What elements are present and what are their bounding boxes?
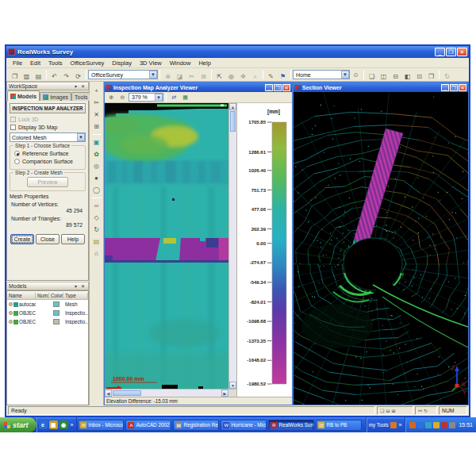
user-icon[interactable]: ☺ (350, 69, 362, 80)
zoom-in-icon[interactable]: ⊕ (106, 93, 117, 102)
camera-tool-icon[interactable]: ⌂ (90, 248, 102, 259)
menu-display[interactable]: Display (108, 60, 136, 67)
tray-update-icon[interactable] (433, 422, 440, 428)
link-tool-icon[interactable]: ∞ (90, 201, 102, 212)
polyline-tool-icon[interactable]: ◇ (90, 213, 102, 224)
tile-horizontal-icon[interactable]: ◫ (378, 71, 390, 82)
tray-display-icon[interactable] (409, 422, 416, 428)
restore-button[interactable]: ❐ (446, 48, 456, 56)
display-options-icon[interactable]: ▦ (180, 93, 190, 102)
restore-all-icon[interactable]: ❐ (425, 71, 437, 82)
chevron-overflow-icon[interactable]: » (398, 422, 403, 428)
menu-file[interactable]: File (9, 60, 26, 67)
my-tools-toolbar[interactable]: my Tools » (366, 417, 405, 432)
single-view-icon[interactable]: ❏ (380, 408, 384, 413)
zoom-tool-icon[interactable]: ⌕ (249, 71, 261, 83)
app-titlebar[interactable]: RealWorks Survey _ ❐ ✕ (6, 46, 469, 58)
col-num[interactable]: Num... (36, 293, 49, 298)
menu-help[interactable]: Help (194, 60, 214, 67)
menu-3d-view[interactable]: 3D View (136, 60, 166, 67)
close-analyzer-button[interactable]: Close (36, 234, 60, 244)
open-icon[interactable]: ❐ (9, 71, 21, 82)
scroll-right-icon[interactable]: ▶ (221, 390, 228, 397)
flag-icon[interactable]: ⚑ (277, 71, 289, 82)
panel-menu-icon[interactable]: ▾ (72, 83, 79, 89)
preview-button[interactable]: Preview (27, 177, 68, 187)
comparison-surface-radio[interactable] (14, 159, 20, 164)
task-button-registration-rep[interactable]: ▤Registration Rep... (173, 420, 219, 431)
workflow-combo[interactable]: OfficeSurvey ▼ (88, 70, 158, 79)
scrollbar-thumb[interactable] (113, 390, 141, 396)
measure-icon[interactable]: ⇱ (213, 71, 225, 82)
scroll-up-icon[interactable]: ▲ (229, 103, 236, 110)
refresh-views-icon[interactable]: ↻ (424, 408, 428, 413)
sample-icon[interactable]: ◪ (174, 71, 186, 82)
panel-close-icon[interactable]: ✕ (79, 83, 86, 89)
media-player-icon[interactable]: ◉ (60, 420, 68, 429)
map-viewer-titlebar[interactable]: Inspection Map Analyzer Viewer _ ❐ ✕ (105, 83, 292, 92)
visibility-bulb-icon[interactable] (9, 311, 13, 315)
select-tool-icon[interactable]: + (90, 86, 102, 97)
scroll-down-icon[interactable]: ▼ (229, 382, 236, 389)
panel-menu-icon[interactable]: ▾ (72, 283, 79, 289)
inspect-icon[interactable]: ◎ (225, 71, 237, 82)
restore-button[interactable]: ❐ (274, 84, 282, 91)
section-viewer-titlebar[interactable]: Section Viewer _ ❐ ✕ (294, 83, 468, 92)
tile-vertical-icon[interactable]: ⊟ (390, 71, 401, 82)
fit-view-icon[interactable]: ⇄ (169, 93, 179, 102)
chevron-overflow-icon[interactable]: » (70, 422, 75, 428)
model-row[interactable]: OBJECT...Inspectio... (7, 309, 88, 317)
scrollbar-thumb[interactable] (230, 111, 236, 132)
ellipse-tool-icon[interactable]: ◯ (90, 185, 102, 196)
delete-tool-icon[interactable]: ✕ (90, 109, 102, 121)
tab-tools[interactable]: Tools (71, 92, 90, 101)
reference-surface-radio[interactable] (14, 151, 20, 156)
chevron-down-icon[interactable]: ▼ (155, 94, 163, 102)
col-name[interactable]: Name (7, 293, 36, 298)
scroll-left-icon[interactable]: ◀ (105, 390, 112, 397)
tray-network-icon[interactable] (417, 422, 424, 428)
help-button[interactable]: Help (61, 234, 85, 244)
minimize-button[interactable]: _ (435, 48, 445, 56)
create-button[interactable]: Create (10, 234, 34, 244)
rotate-tool-icon[interactable]: ↻ (90, 225, 102, 236)
undo-icon[interactable]: ↶ (48, 71, 60, 82)
chevron-down-icon[interactable]: ▼ (77, 133, 85, 141)
menu-edit[interactable]: Edit (26, 60, 44, 67)
link-views-icon[interactable]: ⚯ (418, 408, 422, 413)
menu-window[interactable]: Window (166, 60, 195, 67)
region-tool-icon[interactable]: ✿ (90, 149, 102, 160)
internet-explorer-icon[interactable]: e (39, 420, 48, 429)
point-tool-icon[interactable]: ● (90, 173, 102, 184)
task-button-inbox-microsof[interactable]: ✉Inbox - Microsof... (78, 420, 124, 431)
model-row[interactable]: autocad...Mesh (7, 300, 88, 309)
restore-button[interactable]: ❐ (450, 84, 458, 91)
minimize-all-icon[interactable]: ⊡ (413, 71, 425, 82)
section-view-canvas[interactable]: Z X Y (294, 92, 468, 405)
display-3d-map-checkbox-row[interactable]: Display 3D Map (10, 125, 85, 130)
mesh-type-select[interactable]: Colored Mesh ▼ (10, 132, 86, 142)
model-row[interactable]: OBJECT...Inspectio... (7, 317, 88, 326)
menu-officesurvey[interactable]: OfficeSurvey (67, 60, 109, 67)
target-icon[interactable]: ⊕ (162, 71, 174, 82)
cut-tool-icon[interactable]: ✂ (90, 98, 102, 109)
close-button[interactable]: ✕ (457, 48, 467, 56)
show-desktop-icon[interactable]: ▦ (49, 420, 58, 429)
lock-3d-checkbox-row[interactable]: Lock 3D (10, 117, 85, 122)
target-tool-icon[interactable]: ◎ (90, 161, 102, 172)
split-horizontal-icon[interactable]: ⊟ (386, 408, 390, 413)
segment-tool-icon[interactable]: ⊞ (90, 121, 102, 132)
inspection-heatmap[interactable]: 1000.00 mm (105, 103, 228, 389)
zoom-out-icon[interactable]: ⊖ (117, 93, 128, 102)
chevron-down-icon[interactable]: ▼ (341, 71, 349, 79)
lock-3d-checkbox[interactable] (10, 117, 16, 122)
panel-close-icon[interactable]: ✕ (79, 283, 86, 289)
close-button[interactable]: ✕ (459, 84, 466, 91)
tray-volume-icon[interactable] (425, 422, 432, 428)
menu-tools[interactable]: Tools (44, 60, 67, 67)
view-combo[interactable]: Home ▼ (293, 70, 350, 79)
save-icon[interactable]: ▥ (21, 71, 33, 82)
task-button-rb-to-pb[interactable]: ▱RB to PB (316, 420, 362, 431)
tab-images[interactable]: Images (40, 92, 71, 101)
start-button[interactable]: start (0, 417, 36, 432)
